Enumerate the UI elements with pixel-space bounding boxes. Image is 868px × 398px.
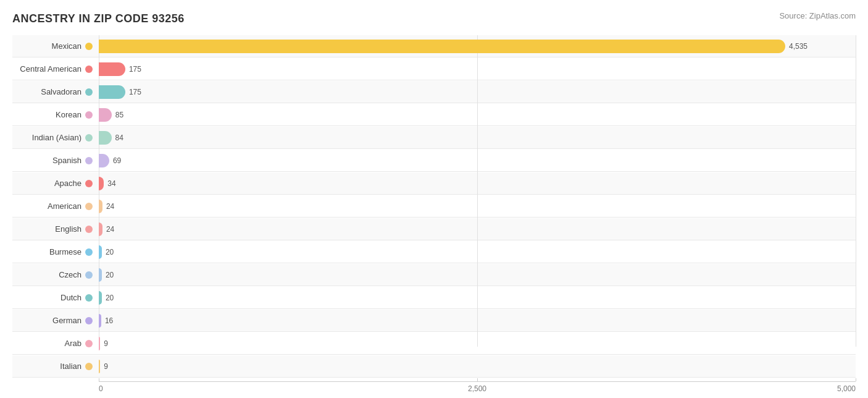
bar-row: English 24 bbox=[12, 218, 856, 240]
label-dot bbox=[85, 43, 93, 50]
chart-area: Mexican 4,535 Central American 175 Salva… bbox=[12, 35, 856, 347]
bar-label: Arab bbox=[12, 339, 99, 348]
bar-row: American 24 bbox=[12, 195, 856, 218]
bar-row: Spanish 69 bbox=[12, 150, 856, 172]
label-text: Spanish bbox=[52, 156, 81, 165]
bar-label: Italian bbox=[12, 362, 99, 371]
bar-label: English bbox=[12, 224, 99, 234]
source-label: Source: ZipAtlas.com bbox=[779, 11, 856, 20]
bar-value: 34 bbox=[107, 179, 115, 188]
label-dot bbox=[85, 363, 93, 370]
label-text: Mexican bbox=[52, 41, 81, 51]
bar-track: 69 bbox=[99, 154, 856, 167]
bar-value: 84 bbox=[115, 133, 123, 142]
bar-row: Apache 34 bbox=[12, 172, 856, 195]
label-text: Indian (Asian) bbox=[32, 133, 81, 142]
bar-row: Arab 9 bbox=[12, 332, 856, 355]
bar-row: German 16 bbox=[12, 310, 856, 332]
bar-fill bbox=[99, 62, 125, 76]
bar-track: 9 bbox=[99, 360, 856, 373]
bar-track: 85 bbox=[99, 108, 856, 122]
bar-label: American bbox=[12, 201, 99, 211]
bar-row: Mexican 4,535 bbox=[12, 35, 856, 57]
bar-row: Indian (Asian) 84 bbox=[12, 127, 856, 149]
bar-fill bbox=[99, 360, 100, 373]
label-text: American bbox=[48, 201, 81, 211]
bar-value: 175 bbox=[129, 65, 141, 74]
chart-title: ANCESTRY IN ZIP CODE 93256 bbox=[12, 12, 856, 25]
label-text: Arab bbox=[65, 339, 81, 348]
bar-fill bbox=[99, 337, 100, 350]
bar-track: 24 bbox=[99, 222, 856, 236]
bar-label: Mexican bbox=[12, 41, 99, 51]
label-dot bbox=[85, 203, 93, 210]
bar-label: Indian (Asian) bbox=[12, 133, 99, 142]
label-dot bbox=[85, 134, 93, 142]
bar-value: 69 bbox=[113, 156, 121, 165]
bars-container: Mexican 4,535 Central American 175 Salva… bbox=[12, 35, 856, 378]
bar-value: 24 bbox=[106, 225, 114, 234]
label-text: Italian bbox=[60, 362, 81, 371]
label-text: Czech bbox=[59, 270, 81, 279]
label-dot bbox=[85, 66, 93, 73]
grid-line-100 bbox=[856, 35, 856, 347]
label-dot bbox=[85, 157, 93, 164]
bar-label: Central American bbox=[12, 64, 99, 74]
bar-fill bbox=[99, 108, 112, 122]
label-dot bbox=[85, 226, 93, 233]
bar-track: 16 bbox=[99, 314, 856, 328]
bar-row: Salvadoran 175 bbox=[12, 81, 856, 103]
bar-fill bbox=[99, 85, 125, 99]
bar-row: Central American 175 bbox=[12, 58, 856, 80]
label-text: Dutch bbox=[61, 293, 81, 302]
label-dot bbox=[85, 317, 93, 324]
bar-label: Czech bbox=[12, 270, 99, 279]
bar-value: 16 bbox=[105, 316, 113, 325]
bar-value: 20 bbox=[106, 248, 114, 256]
label-text: English bbox=[55, 224, 81, 234]
bar-track: 20 bbox=[99, 268, 856, 282]
label-text: German bbox=[52, 316, 81, 325]
label-dot bbox=[85, 294, 93, 302]
bar-row: Dutch 20 bbox=[12, 287, 856, 309]
bar-track: 34 bbox=[99, 177, 856, 190]
bar-track: 4,535 bbox=[99, 40, 856, 53]
bar-row: Italian 9 bbox=[12, 355, 856, 378]
bar-fill bbox=[99, 314, 101, 328]
bar-label: Salvadoran bbox=[12, 87, 99, 96]
bar-value: 4,535 bbox=[789, 42, 807, 51]
bar-label: Spanish bbox=[12, 156, 99, 165]
label-dot bbox=[85, 88, 93, 96]
bar-label: Dutch bbox=[12, 293, 99, 302]
chart-container: ANCESTRY IN ZIP CODE 93256 Source: ZipAt… bbox=[0, 0, 868, 398]
label-text: Salvadoran bbox=[41, 87, 81, 96]
bar-track: 84 bbox=[99, 131, 856, 145]
bar-row: Czech 20 bbox=[12, 264, 856, 286]
bar-track: 175 bbox=[99, 85, 856, 99]
bar-value: 20 bbox=[106, 271, 114, 279]
bar-value: 85 bbox=[115, 111, 123, 119]
label-dot bbox=[85, 248, 93, 256]
x-axis-tick: 0 bbox=[99, 382, 351, 393]
bar-label: Korean bbox=[12, 110, 99, 119]
bar-fill bbox=[99, 268, 102, 282]
bar-row: Burmese 20 bbox=[12, 241, 856, 263]
bar-row: Korean 85 bbox=[12, 104, 856, 126]
bar-track: 9 bbox=[99, 337, 856, 350]
label-text: Korean bbox=[56, 110, 81, 119]
label-dot bbox=[85, 340, 93, 347]
bar-label: Apache bbox=[12, 179, 99, 188]
bar-fill bbox=[99, 154, 109, 167]
bar-fill bbox=[99, 245, 102, 259]
bar-fill bbox=[99, 200, 102, 213]
bar-track: 175 bbox=[99, 62, 856, 76]
bar-label: German bbox=[12, 316, 99, 325]
bar-value: 9 bbox=[104, 339, 108, 348]
bar-track: 20 bbox=[99, 245, 856, 259]
x-axis-tick: 2,500 bbox=[351, 382, 604, 393]
label-dot bbox=[85, 271, 93, 279]
bar-value: 175 bbox=[129, 88, 141, 96]
bar-fill bbox=[99, 222, 102, 236]
bar-track: 24 bbox=[99, 200, 856, 213]
bar-value: 24 bbox=[106, 202, 114, 211]
